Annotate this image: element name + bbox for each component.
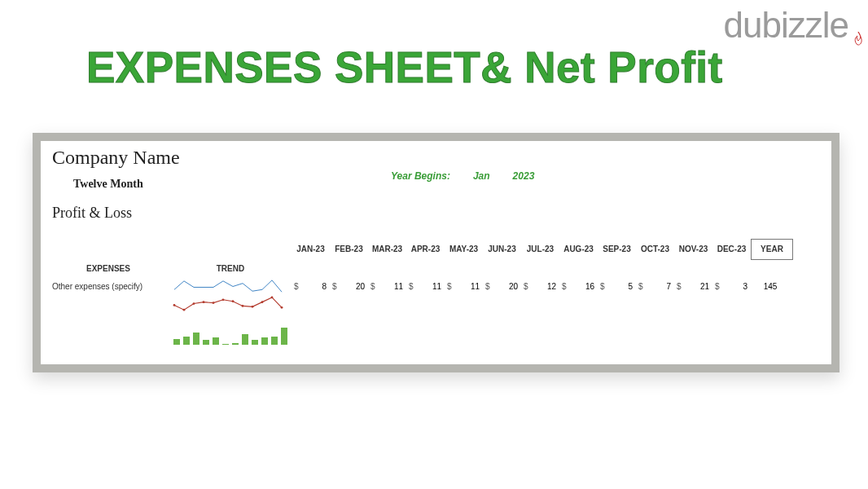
table-cell: $21 bbox=[674, 278, 712, 296]
table-cell: $11 bbox=[406, 278, 445, 296]
table-cell: $7 bbox=[636, 278, 674, 296]
expenses-header-label: EXPENSES bbox=[47, 260, 169, 278]
brand-logo-text: dubizzle bbox=[724, 5, 848, 46]
svg-point-4 bbox=[213, 302, 215, 304]
month-header: DEC-23 bbox=[712, 239, 751, 260]
table-cell: $ 109 bbox=[406, 325, 445, 348]
table-cell: $ 235 bbox=[559, 296, 598, 314]
net-profit-sparkline bbox=[169, 325, 292, 348]
brand-logo: dubizzle bbox=[724, 5, 860, 46]
total-expenses-label: TOATAL EXPENSES bbox=[47, 296, 169, 314]
net-profit-label: Net Profit bbox=[47, 325, 169, 348]
year-total-cell: 145 bbox=[751, 278, 793, 296]
table-cell: $ 100 bbox=[598, 325, 636, 348]
data-grid: JAN-23 FEB-23 MAR-23 APR-23 MAY-23 JUN-2… bbox=[47, 239, 825, 348]
year-total-cell: $ 1,843 bbox=[751, 325, 793, 348]
month-header: APR-23 bbox=[406, 239, 445, 260]
svg-point-2 bbox=[193, 302, 195, 305]
month-header: NOV-23 bbox=[674, 239, 712, 260]
svg-point-6 bbox=[232, 300, 235, 302]
table-cell: $ 230 bbox=[598, 296, 636, 314]
table-cell: $8 bbox=[292, 278, 330, 296]
table-cell: $16 bbox=[559, 278, 598, 296]
year-total-cell: 2999 bbox=[751, 296, 793, 314]
header-blank bbox=[47, 239, 169, 260]
table-cell: $ 257 bbox=[445, 296, 483, 314]
svg-point-8 bbox=[252, 306, 254, 308]
year-begins-meta: Year Begins: Jan 2023 bbox=[391, 170, 534, 182]
year-begins-label: Year Begins: bbox=[391, 170, 450, 182]
company-name: Company Name bbox=[52, 146, 825, 170]
table-cell: $ 359 bbox=[712, 325, 751, 348]
table-cell: $ 156 bbox=[445, 325, 483, 348]
table-cell: $ 261 bbox=[406, 296, 445, 314]
svg-point-9 bbox=[261, 301, 264, 303]
svg-point-11 bbox=[281, 306, 283, 309]
month-header: MAY-23 bbox=[445, 239, 483, 260]
svg-point-5 bbox=[222, 298, 225, 301]
table-cell: $ 256 bbox=[368, 325, 406, 348]
month-header: JUL-23 bbox=[521, 239, 559, 260]
table-cell: $ 236 bbox=[292, 296, 330, 314]
table-cell: $ 205 bbox=[330, 296, 368, 314]
svg-point-7 bbox=[242, 305, 244, 307]
table-cell: $ 296 bbox=[674, 296, 712, 314]
table-cell: $11 bbox=[445, 278, 483, 296]
header-blank bbox=[169, 239, 292, 260]
month-header: JUN-23 bbox=[483, 239, 521, 260]
flame-icon bbox=[853, 13, 863, 28]
svg-point-10 bbox=[271, 297, 274, 299]
profit-and-loss-label: Profit & Loss bbox=[52, 205, 825, 222]
table-cell: $11 bbox=[368, 278, 406, 296]
other-expenses-label: Other expenses (specify) bbox=[47, 278, 169, 296]
svg-point-1 bbox=[183, 309, 186, 311]
year-header: YEAR bbox=[751, 239, 793, 260]
table-cell: $ 32 bbox=[521, 325, 559, 348]
table-cell: $ 249 bbox=[368, 296, 406, 314]
month-header: SEP-23 bbox=[598, 239, 636, 260]
table-cell: $ 259 bbox=[636, 296, 674, 314]
spreadsheet-frame: Company Name Twelve Month Year Begins: J… bbox=[33, 133, 840, 372]
table-cell: -$ 8 bbox=[483, 325, 521, 348]
table-cell: $ 179 bbox=[674, 325, 712, 348]
table-cell: $ 274 bbox=[483, 296, 521, 314]
table-cell: $ 214 bbox=[559, 325, 598, 348]
table-cell: $20 bbox=[330, 278, 368, 296]
table-cell: $ 231 bbox=[712, 296, 751, 314]
trend-header-label: TREND bbox=[169, 260, 292, 278]
table-cell: $ 123 bbox=[292, 325, 330, 348]
month-header: AUG-23 bbox=[559, 239, 598, 260]
table-cell: $ 266 bbox=[521, 296, 559, 314]
total-expenses-sparkline bbox=[169, 296, 292, 314]
year-begins-month: Jan bbox=[473, 170, 490, 182]
table-cell: $5 bbox=[598, 278, 636, 296]
svg-point-3 bbox=[203, 301, 205, 303]
page-title: EXPENSES SHEET& Net Profit bbox=[86, 42, 723, 92]
other-expenses-sparkline bbox=[169, 278, 292, 296]
table-cell: $12 bbox=[521, 278, 559, 296]
year-begins-year: 2023 bbox=[513, 170, 535, 182]
table-cell: $3 bbox=[712, 278, 751, 296]
month-header: JAN-23 bbox=[292, 239, 330, 260]
table-cell: $ 148 bbox=[636, 325, 674, 348]
svg-point-0 bbox=[173, 304, 176, 306]
spreadsheet: Company Name Twelve Month Year Begins: J… bbox=[41, 141, 831, 364]
month-header: OCT-23 bbox=[636, 239, 674, 260]
table-cell: $ 175 bbox=[330, 325, 368, 348]
month-header: FEB-23 bbox=[330, 239, 368, 260]
month-header: MAR-23 bbox=[368, 239, 406, 260]
table-cell: $20 bbox=[483, 278, 521, 296]
